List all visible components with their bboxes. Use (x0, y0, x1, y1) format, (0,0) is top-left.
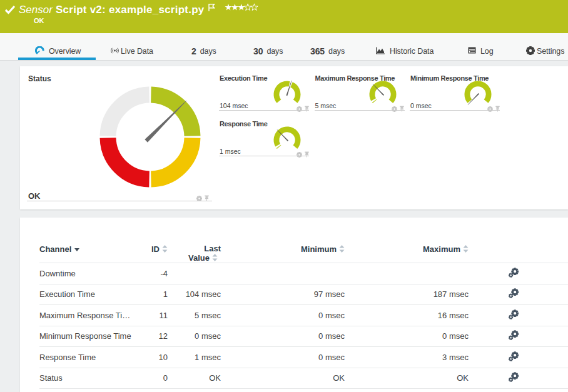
channel-row[interactable]: Response Time 10 1 msec 0 msec 3 msec (39, 347, 568, 368)
channel-settings-cell (469, 305, 521, 326)
channel-id-cell: 10 (139, 347, 168, 368)
filler-cell (521, 284, 568, 305)
status-gauge-value: OK (28, 191, 41, 201)
filler-cell (521, 305, 568, 326)
pin-icon[interactable] (304, 149, 310, 160)
status-gauge-title: Status (28, 74, 51, 83)
gauges-panel: Status OK Execution Time 104 msec (20, 66, 568, 209)
channel-row[interactable]: Minimum Response Time 12 0 msec 0 msec 0… (39, 326, 568, 347)
column-header-last-value[interactable]: LastValue (168, 236, 221, 263)
channel-row[interactable]: Maximum Response Ti… 11 5 msec 0 msec 16… (39, 305, 568, 326)
channel-row[interactable]: Downtime -4 (39, 263, 568, 284)
channel-name-cell[interactable]: Minimum Response Time (39, 326, 139, 347)
tab-settings[interactable]: Settings (526, 42, 564, 61)
column-header-id[interactable]: ID (139, 236, 168, 263)
gear-icon[interactable] (297, 103, 302, 114)
tab-day-number: 2 (191, 46, 196, 56)
channel-settings-gears-icon[interactable] (509, 270, 519, 279)
channel-row[interactable]: Execution Time 1 104 msec 97 msec 187 ms… (39, 284, 568, 305)
gear-icon[interactable] (297, 149, 302, 160)
tab-bar: Overview Live Data 2days 30days 365days … (0, 33, 568, 61)
tab-365-days[interactable]: 365days (310, 42, 345, 61)
channel-last-value-cell: 1 msec (168, 347, 221, 368)
gear-icon[interactable] (196, 193, 202, 204)
tab-label: days (200, 47, 216, 56)
pin-icon[interactable] (495, 103, 500, 114)
sort-icon (162, 245, 168, 254)
column-header-maximum[interactable]: Maximum (345, 236, 469, 263)
flag-icon[interactable] (208, 3, 216, 14)
channel-settings-gears-icon[interactable] (509, 354, 519, 363)
tab-day-number: 30 (253, 46, 263, 56)
channel-settings-cell (469, 347, 521, 368)
channel-settings-gears-icon[interactable] (509, 333, 519, 342)
channel-settings-gears-icon[interactable] (509, 291, 519, 300)
column-header-channel[interactable]: Channel (39, 236, 139, 263)
mini-gauge-value: 5 msec (315, 102, 337, 109)
tab-historic-data[interactable]: Historic Data (375, 42, 434, 61)
tab-2-days[interactable]: 2days (191, 42, 216, 61)
mini-gauge-value: 0 msec (410, 102, 432, 109)
mini-gauge-value: 104 msec (220, 102, 248, 109)
priority-stars[interactable] (225, 3, 258, 14)
channel-name-cell[interactable]: Execution Time (39, 284, 139, 305)
channel-minimum-cell: 0 msec (221, 347, 345, 368)
channel-name-cell[interactable]: Status (39, 368, 139, 389)
channels-table: Channel ID LastValue Minimum Maximum Dow… (39, 236, 568, 389)
channel-settings-cell (469, 368, 521, 389)
channel-maximum-cell: 16 msec (345, 305, 469, 326)
divider (219, 156, 309, 156)
column-header-actions (469, 236, 521, 263)
historic-data-icon (375, 46, 385, 57)
channel-settings-gears-icon[interactable] (509, 374, 519, 384)
pin-icon[interactable] (399, 103, 405, 114)
channels-panel: Channel ID LastValue Minimum Maximum Dow… (20, 218, 568, 392)
mini-gauge-cell[interactable]: Execution Time 104 msec (220, 71, 309, 112)
pin-icon[interactable] (304, 103, 310, 114)
channel-id-cell: 1 (139, 284, 168, 305)
tab-label: Settings (537, 47, 564, 56)
mini-gauge-cell[interactable]: Response Time 1 msec (220, 116, 309, 158)
mini-gauge-actions (487, 103, 500, 114)
tab-log[interactable]: Log (468, 42, 494, 61)
column-header-minimum[interactable]: Minimum (221, 236, 345, 263)
channel-name-cell[interactable]: Response Time (39, 347, 139, 368)
channel-minimum-cell: OK (221, 368, 345, 389)
mini-gauge-title: Execution Time (220, 74, 267, 82)
column-header-filler (521, 236, 568, 263)
channel-minimum-cell: 0 msec (221, 326, 345, 347)
filler-cell (521, 263, 568, 284)
filler-cell (521, 347, 568, 368)
chevron-down-icon (74, 248, 79, 251)
channel-settings-gears-icon[interactable] (509, 312, 519, 321)
channel-last-value-cell: 104 msec (168, 284, 221, 305)
tab-30-days[interactable]: 30days (253, 42, 283, 61)
mini-gauge-title: Response Time (220, 120, 268, 128)
mini-gauge-actions (392, 103, 405, 114)
tab-live-data[interactable]: Live Data (111, 42, 153, 61)
sensor-status-header: Sensor Script v2: example_script.py OK (0, 0, 568, 33)
gear-icon[interactable] (392, 103, 397, 114)
channel-last-value-cell: 5 msec (168, 305, 221, 326)
channel-settings-cell (469, 326, 521, 347)
pin-icon[interactable] (204, 193, 210, 204)
ok-check-icon (4, 5, 16, 17)
gear-icon[interactable] (487, 103, 493, 114)
channel-maximum-cell (345, 263, 469, 284)
sensor-title: Script v2: example_script.py (56, 4, 205, 16)
mini-gauge-cell[interactable]: Maximum Response Time 5 msec (315, 71, 405, 112)
channel-last-value-cell (168, 263, 221, 284)
channel-settings-cell (469, 284, 521, 305)
object-kind-label: Sensor (19, 4, 53, 16)
channel-id-cell: 0 (139, 368, 168, 389)
status-gauge[interactable] (97, 84, 203, 190)
mini-gauge-cell[interactable]: Minimum Response Time 0 msec (410, 71, 500, 112)
live-data-icon (111, 46, 119, 57)
channel-name-cell[interactable]: Downtime (39, 263, 139, 284)
sort-icon (463, 245, 469, 254)
divider (410, 110, 500, 111)
table-header-row: Channel ID LastValue Minimum Maximum (39, 236, 568, 263)
channel-row[interactable]: Status 0 OK OK OK (39, 368, 568, 389)
channel-name-cell[interactable]: Maximum Response Ti… (39, 305, 139, 326)
mini-gauge-value: 1 msec (220, 148, 241, 155)
